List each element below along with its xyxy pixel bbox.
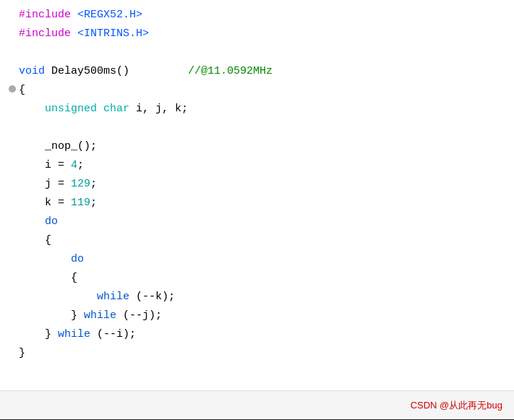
token: i = [45, 159, 71, 171]
code-line: unsigned char i, j, k; [0, 100, 514, 119]
token: } [45, 328, 58, 340]
token: j = [45, 178, 71, 190]
token: } [19, 347, 25, 359]
code-text: #include <REGX52.H> [19, 6, 514, 25]
code-text: unsigned char i, j, k; [19, 100, 514, 119]
code-text: { [19, 231, 514, 250]
footer-text: CSDN @从此再无bug [411, 399, 502, 412]
code-line: } while (--i); [0, 325, 514, 344]
token: ; [90, 197, 97, 209]
token: 129 [71, 178, 90, 190]
code-line: } [0, 344, 514, 363]
token: 119 [71, 197, 90, 209]
token: while [97, 291, 136, 303]
gutter-marker [9, 85, 16, 93]
code-line: #include <INTRINS.H> [0, 25, 514, 43]
token: <REGX52.H> [77, 9, 142, 21]
code-line: _nop_(); [0, 137, 514, 156]
code-line: j = 129; [0, 175, 514, 194]
code-text: j = 129; [19, 175, 514, 194]
token: while [58, 328, 97, 340]
token: (--i); [97, 328, 136, 340]
code-text: { [19, 81, 514, 100]
code-text: _nop_(); [19, 137, 514, 156]
code-text: void Delay500ms() //@11.0592MHz [19, 62, 514, 81]
code-text: } while (--i); [19, 325, 514, 344]
token: { [19, 84, 25, 96]
token: do [45, 215, 58, 228]
token: 4 [71, 159, 77, 171]
code-line [0, 119, 514, 137]
token: (--j); [123, 309, 162, 322]
token: #include [19, 27, 77, 40]
token: unsigned [45, 103, 103, 115]
token: { [45, 234, 51, 247]
code-text: } while (--j); [19, 307, 514, 325]
code-text: i = 4; [19, 156, 514, 175]
token: i, j, k; [136, 103, 188, 115]
code-line: void Delay500ms() //@11.0592MHz [0, 62, 514, 81]
code-line: #include <REGX52.H> [0, 6, 514, 25]
code-line: } while (--j); [0, 307, 514, 325]
code-text [19, 43, 514, 62]
code-text: do [19, 250, 514, 269]
token: k = [45, 197, 71, 209]
token: (--k); [136, 291, 175, 303]
token: do [71, 253, 84, 265]
token: #include [19, 9, 77, 21]
token: char [103, 103, 136, 115]
token: } [71, 309, 84, 322]
token: Delay500ms() [51, 65, 188, 77]
code-line: k = 119; [0, 194, 514, 213]
code-line: { [0, 231, 514, 250]
token: ; [90, 178, 97, 190]
token: void [19, 65, 51, 77]
code-line: do [0, 213, 514, 231]
token: _nop_(); [45, 140, 97, 153]
code-editor: #include <REGX52.H>#include <INTRINS.H> … [0, 0, 514, 390]
token: ; [77, 159, 84, 171]
token: //@11.0592MHz [188, 65, 273, 77]
code-text: do [19, 213, 514, 231]
token: <INTRINS.H> [77, 27, 149, 40]
line-gutter [6, 85, 19, 93]
code-text: } [19, 344, 514, 363]
token: { [71, 272, 77, 284]
code-line: { [0, 269, 514, 288]
code-line [0, 43, 514, 62]
code-text [19, 119, 514, 137]
code-line: { [0, 81, 514, 100]
code-line: i = 4; [0, 156, 514, 175]
token: while [84, 309, 123, 322]
code-line: while (--k); [0, 288, 514, 307]
code-text: k = 119; [19, 194, 514, 213]
code-text: while (--k); [19, 288, 514, 307]
code-line: do [0, 250, 514, 269]
code-text: { [19, 269, 514, 288]
code-text: #include <INTRINS.H> [19, 25, 514, 43]
footer-bar: CSDN @从此再无bug [0, 390, 514, 419]
